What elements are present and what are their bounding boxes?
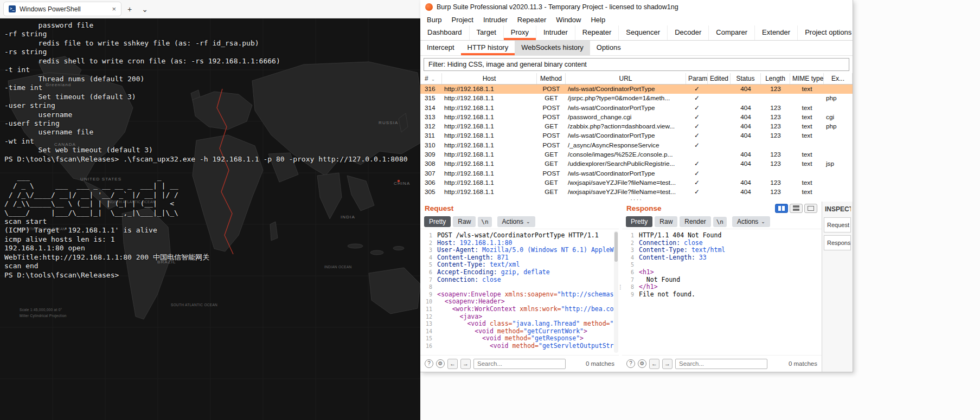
code-line: 1HTTP/1.1 404 Not Found [625, 232, 822, 240]
code-line: 13 <void class="java.lang.Thread" method… [423, 320, 619, 328]
chevron-down-icon: ⌄ [526, 219, 530, 224]
column-header-ex[interactable]: Ex... [824, 73, 853, 84]
response-tab-newline[interactable]: \n [713, 217, 727, 227]
sub-tab-websockets-history[interactable]: WebSockets history [515, 41, 590, 55]
history-row-312[interactable]: 312http://192.168.1.1GET/zabbix.php?acti… [420, 122, 853, 131]
request-actions-button[interactable]: Actions ⌄ [497, 216, 535, 227]
history-row-315[interactable]: 315http://192.168.1.1GET/jsrpc.php?type=… [420, 94, 853, 103]
inspector-title: INSPECT... [825, 205, 851, 213]
history-row-310[interactable]: 310http://192.168.1.1POST/_async/AsyncRe… [420, 141, 853, 150]
history-row-316[interactable]: 316http://192.168.1.1POST/wls-wsat/Coord… [420, 85, 853, 94]
column-header-url[interactable]: URL [566, 73, 686, 84]
sub-tab-http-history[interactable]: HTTP history [461, 41, 515, 55]
code-line: 5 [625, 261, 822, 269]
main-tab-repeater[interactable]: Repeater [575, 25, 619, 40]
column-header-method[interactable]: Method [537, 73, 566, 84]
menu-help[interactable]: Help [586, 15, 610, 25]
layout-rows-button[interactable] [790, 204, 803, 213]
history-row-314[interactable]: 314http://192.168.1.1POST/wls-wsat/Coord… [420, 104, 853, 113]
column-header-length[interactable]: Length [761, 73, 790, 84]
main-tab-extender[interactable]: Extender [755, 25, 798, 40]
window-title: Burp Suite Professional v2020.11.3 - Tem… [437, 3, 678, 11]
inspector-section-response[interactable]: Response... [824, 235, 851, 250]
main-tab-dashboard[interactable]: Dashboard [420, 25, 470, 40]
request-tab-raw[interactable]: Raw [453, 216, 476, 227]
column-header-host[interactable]: Host [442, 73, 537, 84]
terminal-tab[interactable]: >_ Windows PowerShell × [3, 2, 121, 16]
response-search-input[interactable] [675, 359, 767, 369]
main-tab-proxy[interactable]: Proxy [504, 25, 536, 40]
main-tab-comparer[interactable]: Comparer [709, 25, 755, 40]
column-header-params[interactable]: Params [686, 73, 708, 84]
code-line: 2Host: 192.168.1.1:80 [423, 240, 619, 247]
history-row-313[interactable]: 313http://192.168.1.1POST/password_chang… [420, 113, 853, 122]
request-bottom-bar: ? ⚙ ← → 0 matches [420, 356, 619, 372]
sub-tab-options[interactable]: Options [590, 41, 627, 55]
help-icon[interactable]: ? [626, 359, 635, 368]
gear-icon[interactable]: ⚙ [638, 359, 646, 368]
inspector-panel: INSPECT... Request ...Response... [822, 202, 853, 372]
request-title: Request [425, 204, 453, 212]
response-panel-header: Response [622, 202, 822, 215]
main-tab-intruder[interactable]: Intruder [536, 25, 575, 40]
menu-burp[interactable]: Burp [422, 15, 446, 25]
request-tab-pretty[interactable]: Pretty [424, 216, 451, 227]
main-tab-sequencer[interactable]: Sequencer [619, 25, 668, 40]
tab-dropdown-icon[interactable]: ⌄ [138, 5, 152, 14]
history-row-305[interactable]: 305http://192.168.1.1GET/wxjsapi/saveYZJ… [420, 188, 853, 197]
prev-match-button[interactable]: ← [649, 359, 659, 369]
request-scrollbar[interactable] [614, 231, 618, 353]
request-tab-newline[interactable]: \n [478, 217, 491, 227]
next-match-button[interactable]: → [662, 359, 672, 369]
prev-match-button[interactable]: ← [447, 359, 458, 369]
history-row-311[interactable]: 311http://192.168.1.1POST/wls-wsat/Coord… [420, 131, 853, 140]
response-panel: Response Pretty Raw Render \n Actions ⌄ [622, 202, 822, 372]
help-icon[interactable]: ? [425, 359, 433, 368]
response-tab-pretty[interactable]: Pretty [626, 216, 652, 227]
main-tab-decoder[interactable]: Decoder [668, 25, 709, 40]
inspector-section-request[interactable]: Request ... [824, 217, 851, 232]
map-label: Scale 1:45,000,000 at 0° [20, 308, 62, 312]
request-matches-count: 0 matches [586, 360, 614, 367]
code-line: 3Content-Type: text/html [625, 247, 822, 254]
sub-tab-intercept[interactable]: Intercept [420, 41, 461, 55]
layout-columns-button[interactable] [775, 204, 788, 213]
new-tab-button[interactable]: + [124, 5, 136, 14]
close-tab-icon[interactable]: × [112, 5, 116, 13]
response-editor-content[interactable]: 1HTTP/1.1 404 Not Found2Connection: clos… [622, 229, 822, 356]
chevron-down-icon: ⌄ [761, 219, 765, 224]
column-header-mime-type[interactable]: MIME type [790, 73, 824, 84]
history-row-307[interactable]: 307http://192.168.1.1POST/wls-wsat/Coord… [420, 169, 853, 178]
column-header-status[interactable]: Status [731, 73, 761, 84]
horizontal-splitter[interactable]: ···· [420, 197, 853, 202]
main-tab-target[interactable]: Target [470, 25, 504, 40]
menu-repeater[interactable]: Repeater [513, 15, 551, 25]
code-line: 10 <soapenv:Header> [423, 298, 619, 306]
history-table-body: 316http://192.168.1.1POST/wls-wsat/Coord… [420, 85, 853, 197]
layout-single-button[interactable] [804, 204, 817, 213]
response-actions-button[interactable]: Actions ⌄ [732, 216, 770, 227]
response-title: Response [626, 204, 662, 212]
column-header-[interactable]: #⌄ [420, 73, 442, 84]
request-search-input[interactable] [473, 359, 566, 369]
column-header-edited[interactable]: Edited [708, 73, 731, 84]
history-row-306[interactable]: 306http://192.168.1.1GET/wxjsapi/saveYZJ… [420, 178, 853, 188]
history-row-308[interactable]: 308http://192.168.1.1GET/uddiexplorer/Se… [420, 159, 853, 169]
response-tab-raw[interactable]: Raw [655, 216, 677, 227]
menu-project[interactable]: Project [446, 15, 478, 25]
response-bottom-bar: ? ⚙ ← → 0 matches [622, 356, 822, 372]
main-tab-project-options[interactable]: Project options [798, 25, 853, 40]
burp-icon [425, 3, 433, 11]
terminal-body[interactable]: GreenlandCANADARUSSIAUNITED STATESCHINAI… [0, 18, 420, 420]
menu-intruder[interactable]: Intruder [478, 15, 513, 25]
filter-bar[interactable]: Filter: Hiding CSS, image and general bi… [424, 58, 849, 71]
request-editor-content[interactable]: 1POST /wls-wsat/CoordinatorPortType HTTP… [420, 229, 619, 356]
editor-layout-buttons [775, 204, 817, 213]
burp-title-bar[interactable]: Burp Suite Professional v2020.11.3 - Tem… [420, 0, 853, 14]
response-tab-render[interactable]: Render [680, 216, 710, 227]
filter-bar-wrap: Filter: Hiding CSS, image and general bi… [420, 56, 853, 73]
history-row-309[interactable]: 309http://192.168.1.1GET/console/images/… [420, 150, 853, 159]
gear-icon[interactable]: ⚙ [436, 359, 445, 368]
next-match-button[interactable]: → [460, 359, 471, 369]
menu-window[interactable]: Window [551, 15, 586, 25]
